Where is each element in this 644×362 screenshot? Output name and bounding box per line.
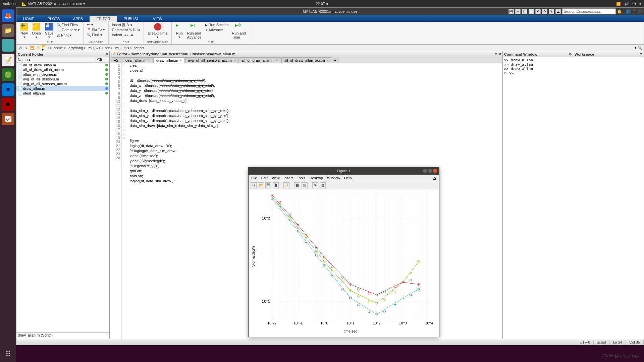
open-fig-icon[interactable]: 📂 xyxy=(258,182,264,188)
crumb[interactable]: src xyxy=(105,46,110,50)
edit-fig-icon[interactable]: 📝 xyxy=(283,182,289,188)
figure-axes[interactable]: 10^-210^-110^010^110^210^310^410^110^2ti… xyxy=(249,189,439,337)
run-button[interactable]: ▶Run▾ xyxy=(174,22,184,40)
menu-desktop[interactable]: Desktop xyxy=(310,176,323,180)
fwd-icon[interactable]: ▷ xyxy=(24,46,29,50)
show-apps-icon[interactable]: ⠿ xyxy=(5,350,11,359)
up-icon[interactable]: 🔁 xyxy=(30,46,35,50)
file-row[interactable]: 📄avg_of_all_sensors.m xyxy=(16,77,109,81)
menu-help[interactable]: Help xyxy=(344,176,352,180)
editor-tab[interactable]: draw_allan.m× xyxy=(153,57,185,63)
find-button[interactable]: 🔍Find ▾ xyxy=(86,33,105,38)
panel-menu-icon[interactable]: ⊙ xyxy=(640,52,642,56)
file-row[interactable]: 📄avg_of_all_sensors_acc.m xyxy=(16,81,109,86)
comment-btn[interactable]: Comment % ‰ ⚙ xyxy=(111,27,141,32)
breakpoints-button[interactable]: Breakpoints▾ xyxy=(147,22,169,40)
back-icon[interactable]: ◁ xyxy=(18,46,22,50)
crumb[interactable]: larrydong xyxy=(68,46,83,50)
findfiles-button[interactable]: 🔍Find Files xyxy=(56,22,80,27)
save-icon[interactable]: 💾 xyxy=(508,9,514,14)
crumb[interactable]: imu_ws xyxy=(88,46,100,50)
editor-tab[interactable]: all_of_draw_allan.m× xyxy=(238,57,281,63)
new-fig-icon[interactable]: 🗋 xyxy=(251,182,257,188)
notification-icon[interactable]: 🔔 xyxy=(617,9,622,14)
command-window[interactable]: >> draw_allan >> draw_allan >> draw_alla… xyxy=(503,57,573,339)
menu-insert[interactable]: Insert xyxy=(283,176,293,180)
menu-edit[interactable]: Edit xyxy=(261,176,268,180)
pointer-icon[interactable]: ↖ xyxy=(312,182,318,188)
search-input[interactable] xyxy=(562,8,616,14)
print-fig-icon[interactable]: 🖨 xyxy=(273,182,279,188)
firefox-icon[interactable]: 🦊 xyxy=(2,9,14,22)
file-row[interactable]: 📄draw_allan.m xyxy=(16,86,109,91)
clock[interactable]: 22:07 ● xyxy=(316,2,328,6)
menu-view[interactable]: View xyxy=(272,176,280,180)
search-icon[interactable]: ▾ 🔍 xyxy=(635,46,642,50)
back-button[interactable]: ⬅ ➡ xyxy=(86,22,105,27)
recorder-icon[interactable]: ⏺ xyxy=(2,98,14,111)
vscode-icon[interactable]: ≡ xyxy=(2,83,14,96)
paste-icon[interactable]: 📄 xyxy=(529,9,534,14)
figure-window[interactable]: Figure 1 File Edit View Insert Tools Des… xyxy=(248,167,439,337)
print-button[interactable]: 🖨Print ▾ xyxy=(56,33,80,38)
save-button[interactable]: 💾Save▾ xyxy=(44,22,55,40)
editor-tab[interactable]: avg_of_all_sensors_acc.m× xyxy=(185,57,238,63)
tab-plots[interactable]: PLOTS xyxy=(41,16,66,22)
undo-icon[interactable]: ↶ xyxy=(535,9,541,14)
minimize-icon[interactable] xyxy=(423,169,427,173)
app-menu[interactable]: 📐 MATLAB R2021a - academic use ▾ xyxy=(22,2,85,6)
dropdown-icon[interactable]: ▾ xyxy=(639,2,641,6)
tab-home[interactable]: HOME xyxy=(16,16,41,22)
cut-icon[interactable]: ✂ xyxy=(515,9,521,14)
matlab-icon[interactable]: 📈 xyxy=(2,113,14,125)
open-button[interactable]: 📂Open▾ xyxy=(31,22,42,40)
gedit-icon[interactable]: 📝 xyxy=(2,54,14,66)
activities-button[interactable]: Activities xyxy=(3,2,17,6)
crumb[interactable]: home xyxy=(54,46,63,50)
crumb[interactable]: scripts xyxy=(134,46,145,50)
app-icon[interactable]: 🟢 xyxy=(2,68,14,81)
save-fig-icon[interactable]: 💾 xyxy=(265,182,271,188)
datatip-icon[interactable]: ▤ xyxy=(302,182,308,188)
files-icon[interactable]: 📁 xyxy=(2,24,14,37)
menu-tools[interactable]: Tools xyxy=(297,176,306,180)
file-row[interactable]: 📄allan_with_degree.m xyxy=(16,72,109,77)
crumb[interactable]: imu_utils xyxy=(114,46,129,50)
panel-menu-icon[interactable]: ⊙ ✕ xyxy=(495,52,501,56)
figure-titlebar[interactable]: Figure 1 xyxy=(249,167,439,175)
brush-icon[interactable]: ▥ xyxy=(320,182,326,188)
advance-button[interactable]: ⤓Advance xyxy=(204,27,229,32)
file-row[interactable]: 📄ideal_allan.m xyxy=(16,91,109,96)
new-button[interactable]: ➕New▾ xyxy=(19,22,29,40)
tab-apps[interactable]: APPS xyxy=(66,16,90,22)
app-icon[interactable] xyxy=(2,39,14,52)
copy-icon[interactable]: 📋 xyxy=(522,9,527,14)
signin-link[interactable]: 👤 Sign In xyxy=(623,9,642,14)
add-tab-button[interactable]: + xyxy=(332,58,338,63)
menu-more-icon[interactable]: ↘ xyxy=(433,176,436,180)
redo-icon[interactable]: ↷ xyxy=(542,9,547,14)
tab-editor[interactable]: EDITOR xyxy=(90,16,117,22)
browse-icon[interactable]: 📂▾ xyxy=(42,46,47,50)
insert-btn[interactable]: Insert 🗟 fx ▾ xyxy=(111,22,141,27)
editor-tab[interactable]: all_of_draw_allan_acc.m× xyxy=(281,57,332,63)
tab-view[interactable]: VIEW xyxy=(146,16,169,22)
volume-icon[interactable]: 🔊 xyxy=(624,2,629,6)
close-icon[interactable] xyxy=(433,169,437,173)
power-icon[interactable]: ⏻ xyxy=(632,2,636,6)
indent-btn[interactable]: Indent ⇥ ⇤ ⇆ xyxy=(111,33,141,37)
tab-publish[interactable]: PUBLISH xyxy=(117,16,146,22)
file-row[interactable]: 📄all_of_draw_allan.m xyxy=(16,63,109,67)
maximize-icon[interactable] xyxy=(428,169,432,173)
editor-tab[interactable]: +2 xyxy=(111,57,121,63)
help-icon[interactable]: ? xyxy=(549,9,554,14)
menu-window[interactable]: Window xyxy=(327,176,340,180)
cloud-icon[interactable]: ☁ xyxy=(555,9,561,14)
panel-menu-icon[interactable]: ⊙ xyxy=(569,52,572,56)
run-advance-button[interactable]: ▶⤓Run and Advance xyxy=(186,22,203,40)
compare-button[interactable]: 📑Compare ▾ xyxy=(56,27,80,33)
goto-button[interactable]: 📍Go To ▾ xyxy=(86,27,105,32)
folder-icon[interactable]: 📁 xyxy=(36,46,41,50)
file-row[interactable]: 📄all_of_draw_allan_acc.m xyxy=(16,67,109,72)
run-time-button[interactable]: ▶⏱Run and Time xyxy=(231,22,248,40)
